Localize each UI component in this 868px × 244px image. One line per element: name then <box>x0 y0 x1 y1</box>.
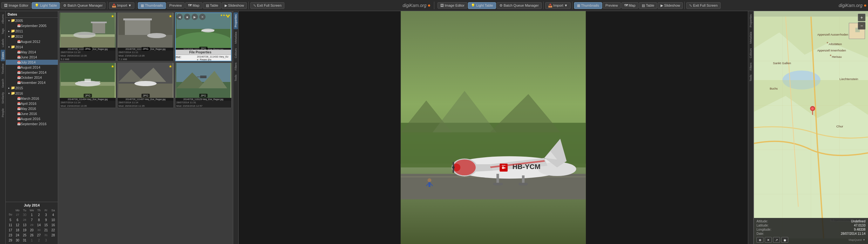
cal-day-3[interactable]: 3 <box>42 213 49 217</box>
cal-day-22[interactable]: 22 <box>50 228 57 233</box>
cal-day-24[interactable]: 24 <box>14 233 21 238</box>
light-table-btn[interactable]: 💡 Light Table <box>32 2 60 9</box>
tree-month-may2014[interactable]: 📅 May 2014 <box>6 50 58 55</box>
tree-month-aug2012[interactable]: 📅 August 2012 <box>6 39 58 44</box>
tab-tools-r[interactable]: Tools <box>748 73 753 83</box>
tab-albums[interactable]: Albums <box>1 12 5 26</box>
tree-month-apr2016[interactable]: 📅 April 2016 <box>6 101 58 106</box>
tree-year-2011[interactable]: ▸ 📁 2011 <box>6 28 58 34</box>
table-btn-r[interactable]: ▤ Table <box>639 2 657 9</box>
photo-thumb-2[interactable]: JPG ★ 20140728_111151-Vary_Eze_Ragaz.jpg… <box>117 12 174 61</box>
cal-day-26[interactable]: 26 <box>28 233 35 238</box>
cal-day-31[interactable]: 31 <box>21 238 28 243</box>
image-editor-btn[interactable]: 🖼 Image Editor <box>1 2 31 8</box>
tree-month-jul2014[interactable]: 📅 July 2014 <box>6 60 58 65</box>
batch-queue-btn-r[interactable]: ⚙ Batch Queue Manager <box>497 2 542 9</box>
tab-dates[interactable]: Dates <box>1 50 5 61</box>
cal-day-16[interactable]: 16 <box>50 223 57 227</box>
photo-thumb-5[interactable]: JPG ★ 20140728_111437-Vary_Eze_Ragaz.jpg… <box>117 63 174 108</box>
exit-full-screen-btn-left[interactable]: ⤡ Exit Full Screen <box>250 2 284 9</box>
tree-year-2016[interactable]: ▾ 📁 2016 <box>6 91 58 96</box>
tab-search[interactable]: Search <box>1 77 5 90</box>
slideshow-btn[interactable]: ▶ Slideshow <box>222 2 247 9</box>
thumbnails-btn[interactable]: ▦ Thumbnails <box>138 2 166 9</box>
cal-day-21[interactable]: 21 <box>42 228 49 233</box>
cal-day-17[interactable]: 17 <box>7 228 14 233</box>
tree-year-2014[interactable]: ▾ 📁 2014 <box>6 44 58 50</box>
preview-btn[interactable]: Preview <box>166 2 185 8</box>
tree-month-aug2014[interactable]: 📅 August 2014 <box>6 65 58 70</box>
cal-day-11[interactable]: 11 <box>7 223 14 227</box>
map-zoom-in[interactable]: + <box>858 14 865 21</box>
tab-people[interactable]: People <box>1 106 5 119</box>
tree-month-oct2014[interactable]: 📅 October 2014 <box>6 75 58 80</box>
cal-day-25[interactable]: 25 <box>21 233 28 238</box>
cal-day-15[interactable]: 15 <box>42 223 49 227</box>
tree-month-mar2016[interactable]: 📅 March 2016 <box>6 96 58 101</box>
tree-month-jun2016[interactable]: 📅 June 2016 <box>6 111 58 116</box>
control-fwd[interactable]: ▶ <box>192 14 198 20</box>
cal-day-12[interactable]: 12 <box>14 223 21 227</box>
image-editor-btn-r[interactable]: 🖼 Image Editor <box>437 2 467 8</box>
tab-filters-r[interactable]: Filters <box>748 61 753 72</box>
cal-day-20[interactable]: 20 <box>28 228 35 233</box>
tree-month-sep2016[interactable]: 📅 September 2016 <box>6 121 58 126</box>
tab-colours-r[interactable]: Colours <box>748 47 753 60</box>
cal-day-19[interactable]: 19 <box>21 228 28 233</box>
cal-day-30[interactable]: 30 <box>14 238 21 243</box>
photo-thumb-4[interactable]: JPG ★ 20140728_111434-Vary_Eze_Ragaz.jpg… <box>59 63 116 108</box>
tab-properties[interactable]: Properties <box>234 12 238 29</box>
cal-day-1[interactable]: 1 <box>28 213 35 217</box>
map-btn[interactable]: 🗺 Map <box>185 2 202 8</box>
cal-day-9[interactable]: 9 <box>42 218 49 222</box>
exit-full-screen-btn-right[interactable]: ⤡ Exit Full Screen <box>686 2 720 9</box>
tab-labels[interactable]: Labels <box>1 37 5 49</box>
control-back[interactable]: ◀ <box>176 14 183 20</box>
import-btn-r[interactable]: 📥 Import ▼ <box>545 2 570 9</box>
control-stop[interactable]: ■ <box>184 14 190 20</box>
tree-year-2012[interactable]: ▾ 📁 2012 <box>6 34 58 39</box>
control-end[interactable]: ✕ <box>199 14 206 20</box>
cal-day-27[interactable]: 27 <box>36 233 42 238</box>
cal-day-13[interactable]: 13 <box>21 223 28 227</box>
tree-month-nov2014[interactable]: 📅 November 2014 <box>6 80 58 85</box>
tree-month-may2016[interactable]: 📅 May 2016 <box>6 106 58 111</box>
tab-filters[interactable]: Filters <box>234 61 238 72</box>
cal-day-7[interactable]: 7 <box>28 218 35 222</box>
table-btn[interactable]: ▤ Table <box>203 2 221 9</box>
tab-properties-r[interactable]: Properties <box>748 12 753 29</box>
cal-day-4[interactable]: 4 <box>50 213 57 217</box>
cal-day-1next[interactable]: 1 <box>28 238 35 243</box>
batch-queue-btn[interactable]: ⚙ Batch Queue Manager <box>60 2 105 9</box>
cal-day-2[interactable]: 2 <box>36 213 42 217</box>
import-btn[interactable]: 📥 Import ▼ <box>109 2 134 9</box>
map-action-2[interactable]: ✕ <box>765 237 772 243</box>
tab-metadata[interactable]: Metadata <box>234 30 238 46</box>
cal-day-29[interactable]: 29 <box>7 238 14 243</box>
light-table-btn-r[interactable]: 💡 Light Table <box>468 2 496 9</box>
tree-month-sep2014[interactable]: 📅 September 2014 <box>6 70 58 75</box>
tab-similarity[interactable]: Similarity <box>1 90 5 106</box>
thumbnails-btn-r[interactable]: ▦ Thumbnails <box>574 2 602 9</box>
cal-day-23[interactable]: 23 <box>7 233 14 238</box>
tab-colours[interactable]: Colours <box>234 47 238 60</box>
cal-day-6[interactable]: 6 <box>14 218 21 222</box>
tab-timeline[interactable]: Timeline <box>1 62 5 76</box>
cal-day-30prev[interactable]: 30 <box>21 213 28 217</box>
preview-btn-r[interactable]: Preview <box>603 2 621 8</box>
tab-tools[interactable]: Tools <box>234 73 238 83</box>
map-btn-r[interactable]: 🗺 Map <box>621 2 638 8</box>
cal-day-28[interactable]: 28 <box>50 233 57 238</box>
tree-year-2005[interactable]: ▾ 📁 2005 <box>6 18 58 23</box>
map-action-4[interactable]: ◉ <box>781 237 788 243</box>
photo-thumb-1[interactable]: JPG ★ 20140728_111017-Vary_Eze_Ragaz.jpg… <box>59 12 116 61</box>
cal-day-5[interactable]: 5 <box>7 218 14 222</box>
tab-metadata-r[interactable]: Metadata <box>748 30 753 46</box>
map-action-3[interactable]: ↗ <box>773 237 780 243</box>
cal-day-8[interactable]: 8 <box>36 218 42 222</box>
map-action-1[interactable]: ⊕ <box>756 237 764 243</box>
cal-day-10[interactable]: 10 <box>50 218 57 222</box>
tab-tags[interactable]: Tags <box>1 26 5 36</box>
photo-thumb-6[interactable]: JPG 20140728_113123-Vary_Eze_Ragaz.jpg 2… <box>175 63 231 108</box>
tree-month-jun2014[interactable]: 📅 June 2014 <box>6 55 58 60</box>
